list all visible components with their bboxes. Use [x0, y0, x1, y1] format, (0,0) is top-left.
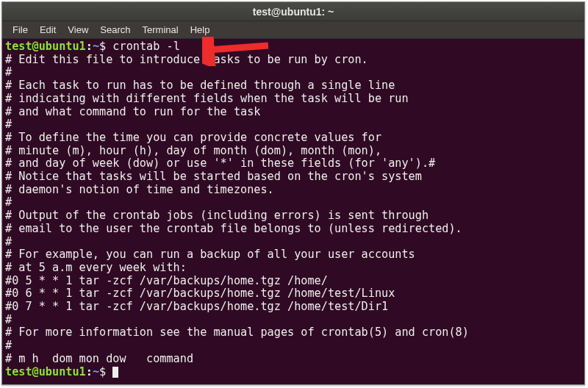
output-line: #0 5 * * 1 tar -zcf /var/backups/home.tg…: [5, 274, 328, 287]
output-line: # email to the user the crontab file bel…: [5, 222, 462, 235]
prompt-colon: :: [86, 365, 93, 378]
prompt-path: ~: [93, 365, 99, 378]
prompt-dollar: $: [99, 40, 112, 53]
prompt-userhost: test@ubuntu1: [5, 365, 86, 378]
window-title: test@ubuntu1: ~: [253, 6, 334, 18]
prompt-dollar: $: [99, 365, 112, 378]
menubar: File Edit View Search Terminal Help: [2, 21, 584, 39]
command-text: crontab -l: [112, 40, 179, 53]
terminal-window: test@ubuntu1: ~ File Edit View Search Te…: [1, 1, 585, 385]
menu-file[interactable]: File: [7, 23, 34, 37]
output-line: #: [5, 235, 18, 248]
menu-help[interactable]: Help: [184, 23, 216, 37]
output-line: # Output of the crontab jobs (including …: [5, 209, 429, 222]
output-line: #: [5, 65, 18, 79]
prompt-path: ~: [93, 40, 99, 53]
output-line: # indicating with different fields when …: [5, 92, 409, 105]
output-line: #: [5, 118, 18, 131]
output-line: # minute (m), hour (h), day of month (do…: [5, 144, 381, 157]
menu-view[interactable]: View: [62, 23, 94, 37]
output-line: # and what command to run for the task: [5, 105, 260, 118]
menu-terminal[interactable]: Terminal: [137, 23, 184, 37]
output-line: # For more information see the manual pa…: [5, 326, 469, 339]
menu-search[interactable]: Search: [94, 23, 136, 37]
output-line: # Edit this file to introduce tasks to b…: [5, 53, 368, 66]
output-line: # at 5 a.m every week with:: [5, 261, 187, 274]
output-line: #0 7 * * 1 tar -zcf /var/backups/home.tg…: [5, 300, 388, 313]
menu-edit[interactable]: Edit: [34, 23, 62, 37]
output-line: # m h dom mon dow command: [5, 352, 193, 365]
output-line: #: [5, 195, 18, 209]
output-line: # Notice that tasks will be started base…: [5, 170, 422, 183]
output-line: # daemon's notion of time and timezones.: [5, 183, 274, 196]
output-line: #: [5, 339, 18, 352]
output-line: # To define the time you can provide con…: [5, 131, 381, 144]
cursor-block: [112, 367, 118, 378]
output-line: #0 6 * * 1 tar -zcf /var/backups/home.tg…: [5, 287, 395, 300]
output-line: #: [5, 313, 18, 326]
output-line: # Each task to run has to be defined thr…: [5, 79, 395, 92]
window-titlebar: test@ubuntu1: ~: [2, 2, 584, 21]
terminal-content[interactable]: test@ubuntu1:~$ crontab -l # Edit this f…: [2, 39, 584, 384]
prompt-colon: :: [86, 40, 93, 53]
output-line: # and day of week (dow) or use '*' in th…: [5, 157, 435, 170]
output-line: # For example, you can run a backup of a…: [5, 248, 415, 261]
prompt-userhost: test@ubuntu1: [5, 40, 86, 53]
